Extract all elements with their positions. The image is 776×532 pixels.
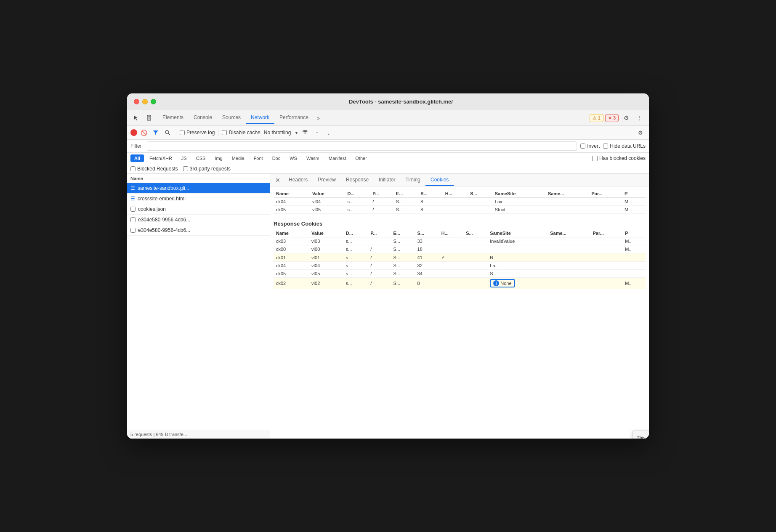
filter-bar: Filter Invert Hide data URLs	[127, 140, 649, 153]
filter-fetch-xhr[interactable]: Fetch/XHR	[146, 154, 176, 162]
resp-cookie-ck03[interactable]: ck03 vl03 s... S... 33 InvalidValue	[274, 237, 646, 245]
preserve-log-checkbox[interactable]	[180, 130, 185, 135]
tab-elements[interactable]: Elements	[157, 112, 189, 124]
tab-initiator[interactable]: Initiator	[374, 174, 400, 186]
cell-value: vl04	[310, 198, 345, 206]
tab-more[interactable]: »	[314, 113, 323, 123]
cursor-icon[interactable]	[130, 112, 142, 124]
filter-ws[interactable]: WS	[286, 154, 301, 162]
tab-headers[interactable]: Headers	[284, 174, 313, 186]
request-item-1[interactable]: ☰ samesite-sandbox.gli...	[127, 183, 270, 194]
more-icon[interactable]: ⋮	[634, 112, 646, 124]
filter-media[interactable]: Media	[228, 154, 248, 162]
separator1	[176, 129, 176, 136]
invert-label[interactable]: Invert	[580, 143, 600, 149]
resp-cookie-ck00[interactable]: ck00 vl00 s... / S... 18	[274, 245, 646, 253]
device-icon[interactable]	[143, 112, 155, 124]
filter-all[interactable]: All	[130, 154, 144, 162]
third-party-checkbox[interactable]	[183, 166, 188, 171]
req4-checkbox[interactable]	[130, 217, 136, 222]
col-p2: P	[622, 190, 646, 198]
wifi-icon[interactable]	[300, 128, 310, 138]
resp-cookie-ck02[interactable]: ck02 vl02 s... / S... 8 i	[274, 278, 646, 289]
download-icon[interactable]: ↓	[324, 128, 334, 138]
network-settings-icon[interactable]: ⚙	[635, 128, 646, 138]
error-count: 3	[613, 115, 616, 120]
tab-console[interactable]: Console	[189, 112, 217, 124]
disable-cache-label[interactable]: Disable cache	[222, 130, 260, 136]
filter-css[interactable]: CSS	[192, 154, 210, 162]
blocked-requests-bar: Blocked Requests 3rd-party requests	[127, 164, 649, 174]
filter-manifest[interactable]: Manifest	[325, 154, 350, 162]
cell-par	[589, 206, 622, 214]
filter-wasm[interactable]: Wasm	[303, 154, 323, 162]
search-icon[interactable]	[162, 128, 173, 138]
col-d: D...	[345, 190, 370, 198]
cell-par	[589, 198, 622, 206]
cell-d: s...	[345, 198, 370, 206]
invert-checkbox[interactable]	[580, 144, 585, 149]
cell-d: s...	[345, 206, 370, 214]
tab-sources[interactable]: Sources	[217, 112, 246, 124]
request-item-2[interactable]: ☰ crosssite-embed.html	[127, 194, 270, 204]
has-blocked-cookies-label[interactable]: Has blocked cookies	[592, 155, 646, 161]
resp-cookie-ck05[interactable]: ck05 vl05 s... / S... 34 S..	[274, 270, 646, 278]
upload-icon[interactable]: ↑	[312, 128, 322, 138]
throttle-select[interactable]: No throttling	[262, 129, 293, 136]
cell-same2	[545, 206, 589, 214]
stop-icon[interactable]: 🚫	[139, 128, 149, 138]
status-bar: 5 requests | 649 B transfe...	[127, 430, 270, 439]
request-name-1: samesite-sandbox.gli...	[138, 185, 189, 191]
svg-rect-1	[148, 116, 150, 119]
throttle-arrow[interactable]: ▼	[294, 130, 298, 135]
filter-other[interactable]: Other	[351, 154, 371, 162]
tab-network[interactable]: Network	[246, 112, 274, 124]
request-item-3[interactable]: cookies.json	[127, 204, 270, 215]
col-name: Name	[274, 190, 310, 198]
resp-cookie-ck01[interactable]: ck01 vl01 s... / S... 41 ✓ N	[274, 253, 646, 262]
tab-cookies[interactable]: Cookies	[425, 174, 454, 186]
network-toolbar: 🚫 Preserve log Disable cache No throttli…	[127, 126, 649, 140]
cell-name: ck05	[274, 206, 310, 214]
disable-cache-checkbox[interactable]	[222, 130, 227, 135]
req-cookie-row-ck05[interactable]: ck05 vl05 s... / S... 8 Strict	[274, 206, 646, 214]
top-toolbar: Elements Console Sources Network Perform…	[127, 110, 649, 126]
record-button[interactable]	[130, 129, 137, 136]
settings-icon[interactable]: ⚙	[620, 112, 632, 124]
blocked-requests-checkbox[interactable]	[130, 166, 136, 171]
resp-col-p: P...	[368, 229, 391, 237]
resp-col-same2: Same...	[547, 229, 590, 237]
req3-checkbox[interactable]	[130, 207, 136, 212]
tab-performance[interactable]: Performance	[274, 112, 314, 124]
cookie-tooltip: This attempt to set a cookie via a Set-C…	[632, 431, 649, 439]
tab-preview[interactable]: Preview	[313, 174, 341, 186]
resp-col-e: E...	[391, 229, 415, 237]
third-party-label[interactable]: 3rd-party requests	[183, 166, 231, 172]
has-blocked-cookies-checkbox[interactable]	[592, 156, 598, 161]
tab-response[interactable]: Response	[341, 174, 374, 186]
resp-col-samesite: SameSite	[487, 229, 547, 237]
close-detail-button[interactable]: ✕	[272, 174, 284, 186]
blocked-requests-label[interactable]: Blocked Requests	[130, 166, 178, 172]
maximize-button[interactable]	[151, 99, 156, 104]
filter-icon[interactable]	[151, 128, 161, 138]
hide-data-urls-checkbox[interactable]	[603, 144, 608, 149]
filter-type-bar: All Fetch/XHR JS CSS Img Media Font Doc …	[127, 153, 649, 164]
filter-font[interactable]: Font	[250, 154, 267, 162]
preserve-log-label[interactable]: Preserve log	[180, 130, 215, 136]
filter-js[interactable]: JS	[178, 154, 191, 162]
request-item-5[interactable]: e304e580-9956-4cb6...	[127, 225, 270, 236]
error-badge[interactable]: ✕ 3	[605, 114, 619, 122]
warning-badge[interactable]: ⚠ 1	[590, 114, 603, 122]
close-button[interactable]	[134, 99, 139, 104]
request-item-4[interactable]: e304e580-9956-4cb6...	[127, 215, 270, 225]
minimize-button[interactable]	[142, 99, 148, 104]
resp-cookie-ck04[interactable]: ck04 vl04 s... / S... 32 La..	[274, 262, 646, 270]
req5-checkbox[interactable]	[130, 228, 136, 233]
hide-data-urls-label[interactable]: Hide data URLs	[603, 143, 646, 149]
filter-doc[interactable]: Doc	[268, 154, 284, 162]
resp-col-d: D...	[343, 229, 368, 237]
tab-timing[interactable]: Timing	[400, 174, 425, 186]
filter-img[interactable]: Img	[211, 154, 226, 162]
req-cookie-row-ck04[interactable]: ck04 vl04 s... / S... 8 Lax	[274, 198, 646, 206]
